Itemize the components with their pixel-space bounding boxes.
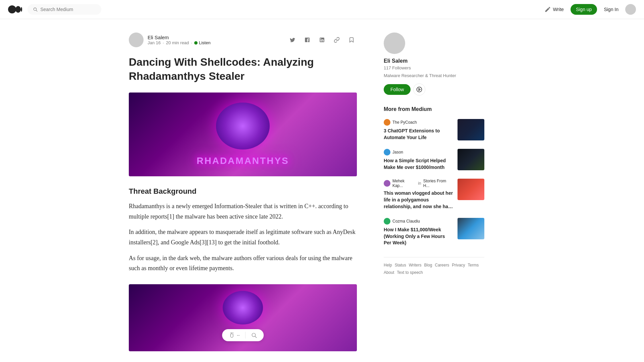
paragraph2: In addition, the malware appears to masq… [129,227,357,247]
recommendations-list: The PyCoach 3 ChatGPT Extensions to Auto… [384,119,484,246]
rec-title: How a Simple Script Helped Make Me over … [384,158,453,171]
recommendation-item[interactable]: Jason How a Simple Script Helped Make Me… [384,149,484,171]
footer-link[interactable]: Help [384,263,392,267]
clap-button[interactable]: -- [229,332,240,338]
twitter-share-button[interactable] [287,35,298,45]
rec-author-row: The PyCoach [384,119,453,126]
write-button[interactable]: Write [544,6,564,13]
linkedin-share-button[interactable] [317,35,327,45]
medium-logo[interactable] [8,5,22,13]
footer-links: HelpStatusWritersBlogCareersPrivacyTerms… [384,263,484,275]
rec-publication: Stories From H... [423,179,453,188]
hero-image: RHADAMANTHYS [129,93,357,176]
article-separator: · [163,40,164,45]
subscribe-button[interactable] [413,83,425,96]
recommendation-item[interactable]: Mehek Kap... inStories From H... This wo… [384,179,484,210]
header-avatar[interactable] [625,4,636,15]
signup-button[interactable]: Sign up [571,4,597,15]
sidebar-buttons: Follow [384,83,484,96]
paragraph3: As for usage, in the dark web, the malwa… [129,253,357,274]
rec-content: Jason How a Simple Script Helped Make Me… [384,149,453,171]
article-separator2: · [191,40,192,45]
listen-label: Listen [199,40,211,45]
search-input[interactable] [40,7,96,12]
clap-count: -- [237,333,240,338]
header: Write Sign up Sign In [0,0,644,19]
hero-image-text: RHADAMANTHYS [197,156,289,166]
author-name[interactable]: Eli Salem [148,35,211,40]
article-date: Jan 16 [148,40,161,45]
signin-button[interactable]: Sign In [604,7,619,12]
facebook-share-button[interactable] [302,35,313,45]
rec-author-avatar [384,218,390,225]
rec-title: How I Make $11,000/Week (Working Only a … [384,227,453,246]
footer-link[interactable]: Blog [424,263,432,267]
toolbar-search-icon [251,332,257,338]
rec-thumbnail [458,179,484,200]
article-read-time: 20 min read [166,40,189,45]
rec-title: 3 ChatGPT Extensions to Automate Your Li… [384,128,453,141]
rec-content: The PyCoach 3 ChatGPT Extensions to Auto… [384,119,453,141]
rec-content: Cozma Claudiu How I Make $11,000/Week (W… [384,218,453,246]
rec-thumbnail [458,218,484,239]
footer-link[interactable]: About [384,270,394,275]
rec-author-row: Mehek Kap... inStories From H... [384,179,453,188]
footer-link[interactable]: Terms [468,263,479,267]
bookmark-button[interactable] [346,35,357,45]
rec-title: This woman vlogged about her life in a p… [384,190,453,210]
recommendation-item[interactable]: The PyCoach 3 ChatGPT Extensions to Auto… [384,119,484,141]
rec-in: in [418,181,421,186]
rec-author-avatar [384,119,390,126]
footer-link[interactable]: Text to speech [397,270,423,275]
toolbar-divider [245,332,246,339]
article-actions [287,35,357,45]
copy-link-button[interactable] [331,35,342,45]
recommendation-item[interactable]: Cozma Claudiu How I Make $11,000/Week (W… [384,218,484,246]
write-label: Write [553,7,564,12]
rec-author-name: The PyCoach [392,120,417,125]
section1-heading: Threat Background [129,187,357,196]
sidebar: Eli Salem 117 Followers Malware Research… [384,33,484,351]
clap-icon [229,332,235,338]
footer-link[interactable]: Privacy [452,263,465,267]
article-content: Eli Salem Jan 16 · 20 min read · Listen [129,33,357,351]
more-from-medium-title: More from Medium [384,106,484,112]
author-info: Eli Salem Jan 16 · 20 min read · Listen [129,33,211,47]
svg-line-4 [36,10,37,11]
footer-link[interactable]: Status [395,263,406,267]
footer-link[interactable]: Writers [409,263,422,267]
rec-author-avatar [384,149,390,156]
sidebar-footer: HelpStatusWritersBlogCareersPrivacyTerms… [384,257,484,275]
header-right: Write Sign up Sign In [544,4,636,15]
rec-author-name: Cozma Claudiu [392,219,420,224]
article-title: Dancing With Shellcodes: Analyzing Rhada… [129,55,357,83]
header-left [8,4,101,15]
search-bar[interactable] [28,4,101,15]
rec-content: Mehek Kap... inStories From H... This wo… [384,179,453,210]
rec-author-name: Mehek Kap... [392,179,416,188]
more-from-medium: More from Medium The PyCoach 3 ChatGPT E… [384,106,484,246]
listen-button[interactable]: Listen [194,40,211,45]
sidebar-author-card: Eli Salem 117 Followers Malware Research… [384,33,484,96]
sidebar-author-name[interactable]: Eli Salem [384,58,484,64]
svg-point-0 [8,5,16,13]
rec-author-row: Cozma Claudiu [384,218,453,225]
rec-author-row: Jason [384,149,453,156]
paragraph1: Rhadamanthys is a newly emerged Informat… [129,201,357,222]
toolbar-search-button[interactable] [251,332,257,338]
footer-link[interactable]: Careers [435,263,449,267]
hero-circle [216,103,270,149]
author-avatar[interactable] [129,33,144,47]
listen-dot [194,41,198,45]
rec-author-name: Jason [392,150,403,155]
article-meta: Jan 16 · 20 min read · Listen [148,40,211,45]
svg-line-6 [255,336,256,338]
rec-thumbnail [458,149,484,170]
sidebar-bio: Malware Researcher & Threat Hunter [384,73,484,78]
main-layout: Eli Salem Jan 16 · 20 min read · Listen [121,19,523,362]
sidebar-author-avatar[interactable] [384,33,405,54]
write-icon [544,6,551,13]
floating-toolbar: -- [222,329,264,341]
follow-button[interactable]: Follow [384,84,411,95]
svg-point-1 [15,6,21,13]
